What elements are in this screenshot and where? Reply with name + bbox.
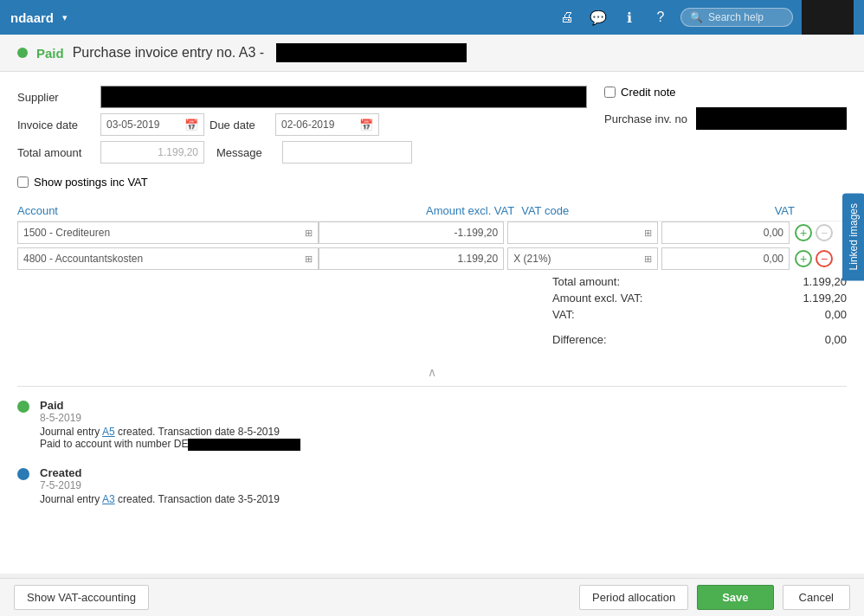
- account-redacted: [188, 439, 300, 451]
- total-amount-totals-value: 1.199,20: [803, 275, 847, 288]
- form-left: Supplier Invoice date 03-05-2019 📅 Due d…: [17, 86, 587, 169]
- search-input[interactable]: [708, 11, 786, 23]
- title-redacted: [276, 43, 467, 62]
- message-input[interactable]: [282, 141, 412, 164]
- history-content-paid: Paid 8-5-2019 Journal entry A5 created. …: [40, 399, 300, 451]
- total-amount-totals-label: Total amount:: [552, 275, 620, 288]
- vat-total-row: VAT: 0,00: [552, 306, 847, 323]
- purchase-inv-row: Purchase inv. no: [604, 107, 847, 130]
- show-postings-checkbox[interactable]: [17, 176, 29, 188]
- history-status-created: Created: [40, 466, 280, 479]
- credit-note-label: Credit note: [621, 86, 676, 99]
- show-vat-button[interactable]: Show VAT-accounting: [14, 585, 149, 610]
- vat-2-value: 0,00: [764, 253, 783, 265]
- col-amount-header: Amount excl. VAT: [328, 204, 518, 217]
- period-allocation-button[interactable]: Period allocation: [579, 585, 688, 610]
- bottom-toolbar: Show VAT-accounting Period allocation Sa…: [0, 578, 864, 616]
- message-label: Message: [216, 146, 277, 159]
- vatcode-1-icon: ⊞: [644, 228, 652, 239]
- total-amount-label: Total amount: [17, 146, 95, 159]
- account-table-header: Account Amount excl. VAT VAT code VAT: [17, 201, 847, 221]
- history-section: Paid 8-5-2019 Journal entry A5 created. …: [17, 386, 847, 505]
- history-item-created: Created 7-5-2019 Journal entry A3 create…: [17, 466, 847, 505]
- info-icon[interactable]: ℹ: [618, 6, 641, 29]
- amount-2-input[interactable]: 1.199,20: [319, 247, 504, 270]
- amount-1-value: -1.199,20: [454, 227, 498, 239]
- user-block[interactable]: [802, 0, 854, 35]
- vatcode-2-icon: ⊞: [644, 253, 652, 265]
- page-title: Purchase invoice entry no. A3 -: [73, 45, 264, 61]
- history-date-paid: 8-5-2019: [40, 412, 300, 424]
- account-1-value: 1500 - Crediteuren: [23, 227, 110, 239]
- account-1-input[interactable]: 1500 - Crediteuren ⊞: [17, 221, 319, 244]
- journal-link-a5[interactable]: A5: [102, 426, 115, 438]
- history-line-2-paid: Paid to account with number DE: [40, 438, 300, 451]
- print-icon[interactable]: 🖨: [556, 6, 578, 29]
- invoice-date-input[interactable]: 03-05-2019 📅: [100, 113, 204, 136]
- excl-vat-label: Amount excl. VAT:: [552, 292, 642, 305]
- difference-label: Difference:: [552, 333, 607, 346]
- main-content: Linked images Supplier Invoice date 03-0…: [0, 72, 864, 574]
- history-line-created: Journal entry A3 created. Transaction da…: [40, 493, 280, 505]
- excl-vat-row: Amount excl. VAT: 1.199,20: [552, 290, 847, 306]
- supplier-input-redacted[interactable]: [100, 86, 587, 108]
- totals-table: Total amount: 1.199,20 Amount excl. VAT:…: [552, 273, 847, 348]
- account-2-icon: ⊞: [305, 253, 313, 265]
- topbar: ndaard ▾ 🖨 💬 ℹ ? 🔍: [0, 0, 864, 35]
- status-label: Paid: [36, 46, 64, 61]
- vatcode-2-value: X (21%): [513, 253, 551, 265]
- remove-row-1-button[interactable]: −: [816, 224, 833, 241]
- excl-vat-value: 1.199,20: [803, 292, 847, 305]
- total-amount-input: 1.199,20: [100, 141, 204, 164]
- save-button[interactable]: Save: [697, 585, 773, 610]
- search-icon: 🔍: [690, 11, 703, 23]
- history-content-created: Created 7-5-2019 Journal entry A3 create…: [40, 466, 280, 505]
- form-right: Credit note Purchase inv. no: [604, 86, 847, 169]
- linked-images-tab[interactable]: Linked images: [842, 193, 864, 280]
- journal-link-a3[interactable]: A3: [102, 493, 115, 505]
- credit-note-checkbox[interactable]: [604, 87, 616, 98]
- col-actions-header: [795, 204, 847, 217]
- brand-chevron-icon[interactable]: ▾: [62, 12, 68, 23]
- search-box[interactable]: 🔍: [680, 8, 793, 27]
- chat-icon[interactable]: 💬: [587, 6, 609, 29]
- vatcode-1-input[interactable]: ⊞: [507, 221, 658, 244]
- difference-value: 0,00: [825, 333, 847, 346]
- vat-1-input[interactable]: 0,00: [661, 221, 790, 244]
- total-amount-row: Total amount: 1.199,20: [552, 273, 847, 290]
- brand-name: ndaard: [10, 10, 54, 25]
- help-icon[interactable]: ?: [649, 6, 672, 29]
- chevron-up-icon: ∧: [428, 365, 436, 379]
- vatcode-2-input[interactable]: X (21%) ⊞: [507, 247, 658, 270]
- account-1-icon: ⊞: [305, 228, 313, 239]
- remove-row-2-button[interactable]: −: [816, 250, 833, 267]
- form-top: Supplier Invoice date 03-05-2019 📅 Due d…: [17, 86, 847, 169]
- cancel-button[interactable]: Cancel: [783, 585, 850, 610]
- vat-total-value: 0,00: [825, 308, 847, 321]
- history-item-paid: Paid 8-5-2019 Journal entry A5 created. …: [17, 399, 847, 451]
- page-header: Paid Purchase invoice entry no. A3 -: [0, 35, 864, 72]
- dates-row: Invoice date 03-05-2019 📅 Due date 02-06…: [17, 113, 587, 136]
- purchase-inv-input[interactable]: [696, 107, 847, 130]
- history-dot-paid: [17, 401, 29, 413]
- due-date-input[interactable]: 02-06-2019 📅: [275, 113, 379, 136]
- add-row-1-button[interactable]: +: [795, 224, 812, 241]
- account-2-value: 4800 - Accountantskosten: [23, 253, 143, 265]
- row-2-actions: + −: [795, 250, 847, 267]
- account-2-input[interactable]: 4800 - Accountantskosten ⊞: [17, 247, 319, 270]
- history-dot-created: [17, 468, 29, 480]
- calendar-icon-2: 📅: [359, 119, 373, 132]
- show-postings-label: Show postings inc VAT: [34, 176, 148, 189]
- credit-note-row: Credit note: [604, 86, 847, 99]
- status-dot: [17, 48, 28, 58]
- amount-2-value: 1.199,20: [457, 253, 498, 265]
- amount-1-input[interactable]: -1.199,20: [319, 221, 504, 244]
- vat-2-input[interactable]: 0,00: [661, 247, 790, 270]
- add-row-2-button[interactable]: +: [795, 250, 812, 267]
- difference-row: Difference: 0,00: [552, 331, 847, 348]
- supplier-label: Supplier: [17, 91, 95, 104]
- col-vat-code-header: VAT code: [518, 204, 670, 217]
- totals-section: Total amount: 1.199,20 Amount excl. VAT:…: [17, 273, 847, 348]
- total-message-row: Total amount 1.199,20 Message: [17, 141, 587, 164]
- row-1-actions: + −: [795, 224, 847, 241]
